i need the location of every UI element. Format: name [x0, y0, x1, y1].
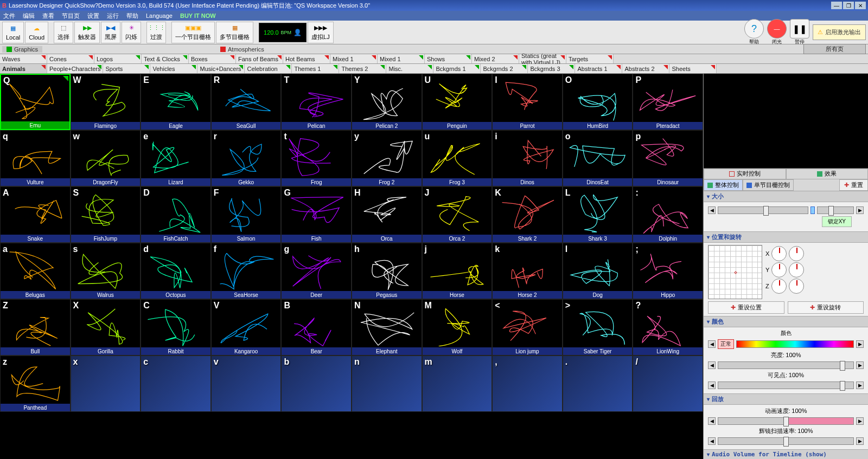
cue-cell[interactable]: lDog: [563, 243, 633, 299]
blackout-button[interactable]: ▶◀黑屏: [101, 22, 120, 43]
category-tab[interactable]: Bckgrnds 2: [481, 64, 528, 73]
tab-live-control[interactable]: 实时控制: [704, 169, 786, 179]
cue-cell[interactable]: EEagle: [141, 74, 211, 130]
select-button[interactable]: ⬚选择: [54, 22, 73, 43]
cue-cell[interactable]: UPenguin: [422, 74, 493, 130]
bright-next[interactable]: ▶: [856, 361, 864, 369]
cue-cell[interactable]: ;Hippo: [633, 243, 703, 299]
cue-cell[interactable]: jHorse: [422, 243, 493, 299]
category-tab[interactable]: Sports: [103, 64, 150, 73]
cue-cell[interactable]: OHumBird: [563, 74, 633, 130]
vis-next[interactable]: ▶: [856, 382, 864, 389]
color-next[interactable]: ▶: [856, 340, 864, 348]
category-tab[interactable]: Mixed 1: [330, 54, 378, 63]
cue-cell[interactable]: <Lion jump: [492, 299, 563, 355]
category-tab[interactable]: Vehicles: [150, 64, 197, 73]
cue-cell[interactable]: x: [71, 355, 141, 412]
cue-cell[interactable]: YPelican 2: [352, 74, 422, 130]
cue-cell[interactable]: WFlamingo: [71, 74, 141, 130]
cue-cell[interactable]: PPteradact: [633, 74, 703, 130]
subtab-cue[interactable]: 单节目栅控制: [743, 179, 794, 191]
cue-cell[interactable]: QEmu: [0, 74, 71, 130]
dial-x2[interactable]: [789, 246, 804, 261]
category-tab[interactable]: Sheets: [669, 64, 717, 73]
cue-cell[interactable]: KShark 2: [492, 186, 563, 243]
color-picker[interactable]: [736, 340, 854, 348]
menu-run[interactable]: 运行: [107, 12, 119, 20]
tab-effects[interactable]: 效果: [786, 169, 869, 179]
category-tab[interactable]: Cones: [47, 54, 94, 63]
section-playback-header[interactable]: ▾ 回放: [704, 393, 868, 405]
cue-cell[interactable]: pDinosaur: [633, 130, 703, 186]
cue-cell[interactable]: TPelican: [281, 74, 352, 130]
category-tab[interactable]: Bckgrnds 1: [433, 64, 481, 73]
category-tab[interactable]: Fans of Beams: [236, 54, 283, 63]
dial-z2[interactable]: [789, 279, 804, 294]
dial-z1[interactable]: [771, 279, 787, 294]
category-tab[interactable]: Abstracts 2: [622, 64, 669, 73]
cue-cell[interactable]: GFish: [281, 186, 352, 243]
color-prev[interactable]: ◀: [708, 340, 716, 348]
menu-file[interactable]: 文件: [3, 12, 15, 20]
cue-cell[interactable]: /: [633, 355, 703, 412]
category-tab[interactable]: Shows: [425, 54, 472, 63]
reset-button[interactable]: ✚重置: [839, 179, 868, 191]
cue-cell[interactable]: rGekko: [211, 130, 282, 186]
category-tab[interactable]: Themes 1: [292, 64, 339, 73]
cue-cell[interactable]: v: [211, 355, 282, 412]
single-grid-button[interactable]: ▣▣▣一个节目栅格: [171, 22, 215, 43]
cue-cell[interactable]: DFishCatch: [141, 186, 211, 243]
cue-cell[interactable]: XGorilla: [71, 299, 141, 355]
cue-cell[interactable]: ,: [492, 355, 563, 412]
brightness-slider[interactable]: [718, 361, 854, 369]
cloud-button[interactable]: ☁Cloud: [25, 22, 48, 43]
scan-prev[interactable]: ◀: [708, 437, 716, 445]
category-tab[interactable]: Boxes: [189, 54, 236, 63]
category-tab[interactable]: Themes 2: [339, 64, 386, 73]
cue-cell[interactable]: zPanthead: [0, 355, 71, 412]
category-tab[interactable]: Animals: [0, 64, 47, 73]
cue-cell[interactable]: kHorse 2: [492, 243, 563, 299]
all-pages-indicator[interactable]: 所有页: [803, 44, 866, 54]
cue-cell[interactable]: uFrog 3: [422, 130, 493, 186]
cue-cell[interactable]: RSeaGull: [211, 74, 282, 130]
cue-cell[interactable]: FSalmon: [211, 186, 282, 243]
cue-cell[interactable]: tFrog: [281, 130, 352, 186]
cue-cell[interactable]: fSeaHorse: [211, 243, 282, 299]
cue-cell[interactable]: m: [422, 355, 493, 412]
reset-rotation-button[interactable]: ✚重设旋转: [788, 301, 864, 314]
cue-cell[interactable]: JOrca 2: [422, 186, 493, 243]
scan-rate-slider[interactable]: [718, 437, 854, 445]
page-graphics[interactable]: Graphics: [2, 46, 42, 53]
cue-cell[interactable]: n: [352, 355, 422, 412]
category-tab[interactable]: Hot Beams: [283, 54, 330, 63]
section-color-header[interactable]: ▾ 颜色: [704, 316, 868, 327]
close-button[interactable]: ✕: [855, 2, 866, 9]
cue-cell[interactable]: SFishJump: [71, 186, 141, 243]
cue-cell[interactable]: qVulture: [0, 130, 71, 186]
help-button[interactable]: ?: [744, 19, 764, 38]
bpm-display[interactable]: 120.0 BPM 👤: [259, 23, 307, 42]
category-tab[interactable]: Music+Dancers: [197, 64, 245, 73]
size-next[interactable]: ▶: [856, 206, 864, 214]
flash-button[interactable]: ✳闪烁: [122, 22, 141, 43]
dial-y2[interactable]: [789, 262, 804, 277]
page-atmospherics[interactable]: Atmospherics: [216, 46, 269, 53]
cue-cell[interactable]: wDragonFly: [71, 130, 141, 186]
dial-y1[interactable]: [771, 262, 787, 277]
lock-xy-button[interactable]: 锁定XY: [822, 216, 852, 227]
menu-language[interactable]: Language: [146, 12, 173, 19]
cue-cell[interactable]: oDinosEat: [563, 130, 633, 186]
cue-cell[interactable]: iDinos: [492, 130, 563, 186]
section-size-header[interactable]: ▾ 大小: [704, 191, 868, 202]
cue-cell[interactable]: dOctopus: [141, 243, 211, 299]
category-tab[interactable]: Logos: [94, 54, 142, 63]
cue-cell[interactable]: :Dolphin: [633, 186, 703, 243]
menu-buy-it-now[interactable]: BUY IT NOW: [180, 12, 216, 19]
size-prev[interactable]: ◀: [708, 206, 716, 214]
category-tab[interactable]: People+Characters: [47, 64, 103, 73]
virtual-lj-button[interactable]: ▶▶▶虚拟LJ: [308, 22, 334, 43]
subtab-master[interactable]: 整体控制: [704, 179, 743, 191]
category-tab[interactable]: Mixed 2: [472, 54, 519, 63]
dial-x1[interactable]: [771, 246, 787, 261]
